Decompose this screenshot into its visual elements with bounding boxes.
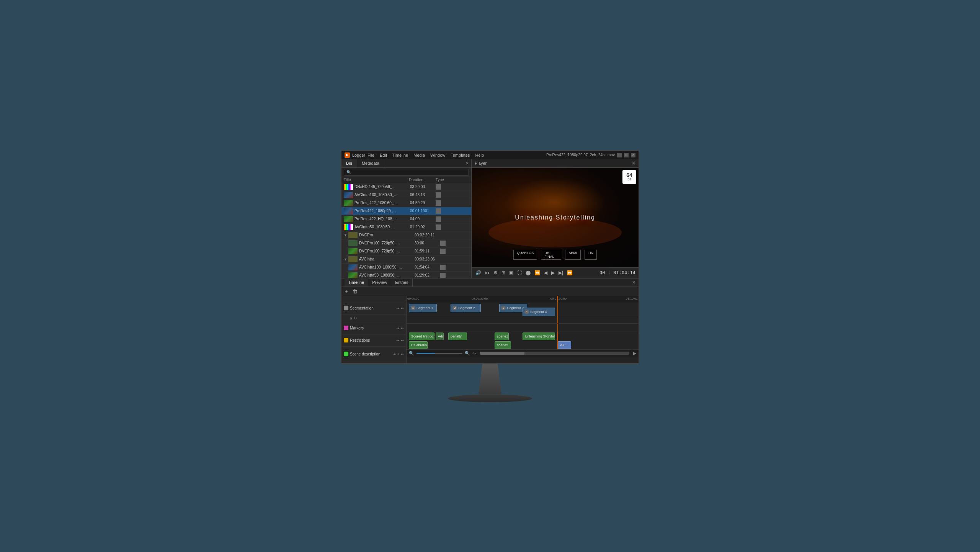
track-name-markers: Markers [350, 326, 395, 330]
menu-file[interactable]: File [368, 153, 374, 157]
maximize-button[interactable]: □ [624, 153, 629, 157]
scene-tag-vui[interactable]: Vui... [557, 341, 571, 349]
file-thumbnail [348, 272, 358, 278]
scene-tag-celebration[interactable]: Celebration [409, 341, 427, 349]
settings-button[interactable]: ⚙ [493, 269, 498, 276]
track-ctrl-out-restrictions[interactable]: ⇤ [401, 338, 404, 342]
track-color-segmentation [344, 306, 348, 310]
scroll-bar[interactable] [480, 352, 629, 355]
volume-button[interactable]: 🔊 [475, 269, 482, 276]
track-ctrl-out-markers[interactable]: ⇤ [401, 326, 404, 330]
record-button[interactable]: ⬤ [525, 269, 531, 276]
file-list: DNxHD-145_720p59_... 03:20:00 AVCIntra10… [341, 183, 471, 278]
file-type-icon [440, 273, 446, 278]
tab-entries[interactable]: Entries [391, 278, 412, 287]
fullscreen-button[interactable]: ⛶ [516, 269, 523, 276]
scene-label: Add [438, 334, 444, 338]
scene-tag-add[interactable]: Add [436, 333, 444, 340]
scroll-right-button[interactable]: ▶ [633, 351, 636, 356]
scene-label: Scored first goal [411, 334, 434, 338]
timeline-close-button[interactable]: ✕ [632, 280, 635, 285]
list-item[interactable]: DNxHD-145_720p59_... 03:20:00 [341, 183, 471, 191]
collapse-arrow[interactable]: ▼ [344, 233, 347, 237]
search-input[interactable] [344, 169, 469, 175]
delete-track-button[interactable]: 🗑 [351, 288, 359, 295]
track-ctrl-in-restrictions[interactable]: ⇥ [396, 338, 399, 342]
player-close-button[interactable]: ✕ [632, 161, 635, 166]
list-item[interactable]: ProRes_422_1080i60_... 04:59:29 [341, 199, 471, 207]
menu-templates[interactable]: Templates [451, 153, 470, 157]
bin-panel-close[interactable]: ✕ [463, 159, 471, 167]
segment-1[interactable]: 1 Segment 1 [409, 304, 437, 312]
prev-frame-button[interactable]: ⏮ [484, 269, 490, 276]
segment-4[interactable]: 4 Segment 4 [523, 308, 555, 316]
track-ctrl-in[interactable]: ⇥ [396, 306, 399, 310]
fast-forward-button[interactable]: ⏩ [566, 269, 573, 276]
timemark-3: 01:10:01 [626, 297, 638, 300]
zoom-out-button[interactable]: 🔍 [409, 351, 414, 356]
list-item[interactable]: DVCPro100_720p50_... 01:59:11 [346, 247, 471, 256]
list-item[interactable]: AVCIntra50_1080i50_... 01:29:02 [341, 223, 471, 231]
tab-timeline[interactable]: Timeline [345, 278, 368, 287]
file-type-icon [436, 216, 441, 222]
monitor-stand-neck [471, 364, 509, 395]
file-name: DVCPro100_720p50_... [359, 249, 415, 253]
menu-media[interactable]: Media [413, 153, 425, 157]
timescale-ruler: 00:00:00 00:00:30:00 00:01:00:00 01:10:0… [407, 296, 639, 302]
track-name-segmentation: Segmentation [350, 306, 395, 310]
track-ctrl-out-scene[interactable]: ⇤ [401, 352, 404, 356]
track-ctrl-in-markers[interactable]: ⇥ [396, 326, 399, 330]
list-item[interactable]: ProRes_422_HQ_108_... 04:00 [341, 215, 471, 223]
segment-2[interactable]: 2 Segment 2 [451, 304, 481, 312]
step-back-button[interactable]: ◀ [543, 269, 548, 276]
list-item[interactable]: DVCPro100_720p50_... 30:00 [346, 239, 471, 247]
track-ctrl-out[interactable]: ⇤ [401, 306, 404, 310]
video-overlay-text: Unleashing Storytelling [515, 214, 595, 221]
tab-metadata[interactable]: Metadata [357, 159, 384, 167]
segment-num: 2 [452, 306, 457, 310]
file-name: AVCIntra100_1080i50_... [354, 193, 410, 197]
play-button[interactable]: ▶ [550, 269, 555, 276]
minimize-button[interactable]: ─ [617, 153, 622, 157]
list-item[interactable]: ProRes422_1080p29_... 00:01:1001 [341, 207, 471, 215]
step-forward-button[interactable]: ▶| [558, 269, 564, 276]
track-ctrl-refresh[interactable]: ↻ [354, 316, 357, 320]
rewind-button[interactable]: ⏪ [534, 269, 541, 276]
track-ctrl-in-scene[interactable]: ⇥ [392, 352, 395, 356]
grid-button[interactable]: ⊞ [501, 269, 506, 276]
zoom-in-button[interactable]: 🔍 [465, 351, 470, 356]
scene-tag-penalty[interactable]: penalty [448, 333, 467, 340]
add-track-button[interactable]: + [344, 288, 349, 295]
segment-num: 3 [501, 306, 506, 310]
zoom-slider[interactable] [416, 353, 462, 354]
collapse-arrow[interactable]: ▼ [344, 257, 347, 261]
fit-button[interactable]: ⇔ [472, 351, 476, 356]
track-ctrl-add-scene[interactable]: + [397, 352, 399, 356]
file-thumbnail [344, 184, 353, 190]
color-button[interactable]: ▣ [508, 269, 514, 276]
list-item-group[interactable]: ▼ DVCPro 00:02:29:11 [341, 231, 471, 239]
list-item-group[interactable]: ▼ AVCIntra 00:03:23:06 [341, 256, 471, 264]
file-name: ProRes_422_1080i60_... [354, 201, 410, 205]
score-badge: SEMI [565, 250, 580, 260]
menu-timeline[interactable]: Timeline [392, 153, 408, 157]
scene-tag-scored[interactable]: Scored first goal [409, 333, 434, 340]
scene-tag-unleashing[interactable]: Unleashing Storytelling [523, 333, 555, 340]
tab-preview[interactable]: Preview [368, 278, 391, 287]
scene-label: Celebration [411, 343, 427, 347]
tab-bin[interactable]: Bin [341, 159, 357, 167]
list-item[interactable]: AVCIntra100_1080i50_... 06:43:13 [341, 191, 471, 199]
scene-tag-scene1[interactable]: scene1 [495, 333, 508, 340]
list-item[interactable]: AVCIntra50_1080i50_... 01:29:02 [346, 272, 471, 278]
list-item[interactable]: AVCIntra100_1080i50_... 01:54:04 [346, 264, 471, 272]
zoom-slider-track [416, 353, 435, 354]
track-ctrl-copy[interactable]: ⎘ [350, 316, 352, 320]
app-name: Logger [352, 153, 365, 157]
col-duration: Duration [409, 178, 436, 182]
menu-window[interactable]: Window [430, 153, 445, 157]
close-button[interactable]: ✕ [631, 153, 635, 157]
menu-help[interactable]: Help [475, 153, 484, 157]
scene-tag-scene2[interactable]: scene2 [495, 341, 511, 349]
col-type: Type [436, 178, 455, 182]
menu-edit[interactable]: Edit [380, 153, 387, 157]
